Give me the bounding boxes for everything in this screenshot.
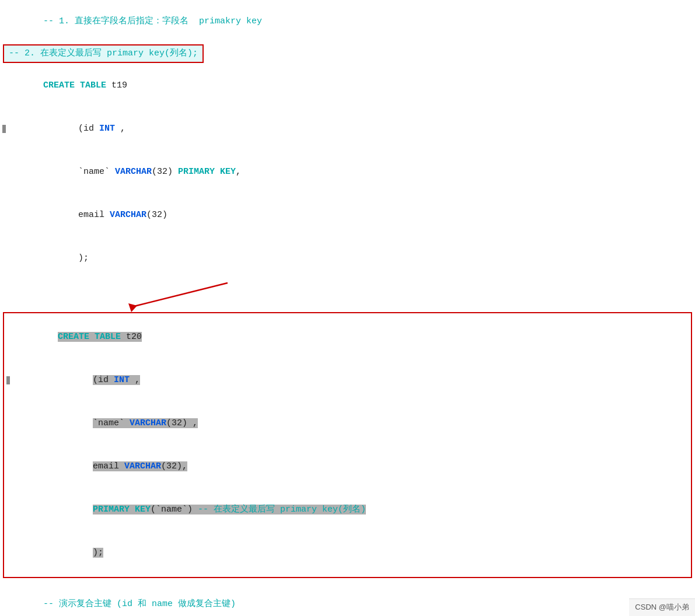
comment-composite-text: -- 演示复合主键 (id 和 name 做成复合主键): [0, 583, 695, 616]
bottom-bar: CSDN @喵小弟: [629, 598, 695, 616]
t19-line4: );: [0, 237, 695, 280]
comment-span: -- 1. 直接在字段名后指定：字段名: [43, 16, 199, 26]
line-comment1: -- 1. 直接在字段名后指定：字段名 primakry key: [0, 0, 695, 43]
t19-code2: `name` VARCHAR(32) PRIMARY KEY,: [0, 150, 695, 194]
t19-line1: (id INT ,: [0, 107, 695, 150]
t20-code1: (id INT ,: [4, 359, 691, 402]
t20-code5: );: [4, 531, 691, 575]
svg-marker-1: [128, 303, 137, 312]
t19-code3: email VARCHAR(32): [0, 194, 695, 237]
t19-line3: email VARCHAR(32): [0, 194, 695, 237]
t19-code1: (id INT ,: [0, 107, 695, 150]
code-text: -- 1. 直接在字段名后指定：字段名 primakry key: [0, 0, 695, 43]
t20-line1: (id INT ,: [4, 359, 691, 402]
t20-line3: email VARCHAR(32),: [4, 445, 691, 488]
arrow-area: [6, 280, 695, 312]
create-t19-code: CREATE TABLE t19: [0, 64, 695, 107]
t20-line4: PRIMARY KEY(`name`) -- 在表定义最后写 primary k…: [4, 488, 691, 531]
create-t19-line: CREATE TABLE t19: [0, 64, 695, 107]
t20-line2: `name` VARCHAR(32) ,: [4, 402, 691, 445]
svg-line-0: [134, 283, 228, 306]
comment-composite-line: -- 演示复合主键 (id 和 name 做成复合主键): [0, 583, 695, 616]
create-t20-line: CREATE TABLE t20: [4, 316, 691, 359]
t20-line5: );: [4, 531, 691, 575]
t19-code4: );: [0, 237, 695, 280]
code-editor: -- 1. 直接在字段名后指定：字段名 primakry key -- 2. 在…: [0, 0, 695, 616]
t20-code4: PRIMARY KEY(`name`) -- 在表定义最后写 primary k…: [4, 488, 691, 531]
t19-line2: `name` VARCHAR(32) PRIMARY KEY,: [0, 150, 695, 194]
red-border-t20: CREATE TABLE t20 (id INT , `name` VARCHA…: [3, 312, 692, 578]
arrow-svg: [6, 280, 298, 312]
t20-code3: email VARCHAR(32),: [4, 445, 691, 488]
highlight-comment-text: -- 2. 在表定义最后写 primary key(列名);: [9, 48, 198, 58]
author-label: CSDN @喵小弟: [635, 603, 689, 611]
highlight-box-comment: -- 2. 在表定义最后写 primary key(列名);: [3, 44, 204, 63]
create-t20-code: CREATE TABLE t20: [4, 316, 691, 359]
t20-code2: `name` VARCHAR(32) ,: [4, 402, 691, 445]
